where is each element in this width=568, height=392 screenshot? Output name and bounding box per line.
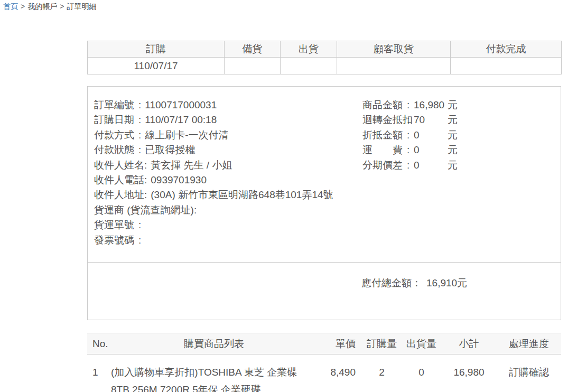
colon: : bbox=[407, 113, 414, 127]
recipient-phone-row: 收件人電話:0939701930 bbox=[94, 173, 362, 188]
order-info-section: 訂單編號:1100717000031 訂購日期:110/07/17 00:18 … bbox=[88, 87, 561, 263]
product-amount-label: 商品金額 bbox=[362, 98, 407, 113]
item-unit-price: 8,490 bbox=[317, 354, 362, 392]
recipient-name-value: 黃玄揮 先生 / 小姐 bbox=[151, 160, 232, 171]
invoice-number-label: 發票號碼 bbox=[94, 233, 138, 248]
status-payment-complete-value bbox=[451, 58, 562, 74]
status-ordered-date: 110/07/17 bbox=[88, 58, 225, 74]
items-col-subtotal: 小計 bbox=[441, 333, 497, 354]
colon: : bbox=[144, 189, 147, 200]
installment-difference-unit: 元 bbox=[448, 158, 458, 173]
colon: : bbox=[407, 158, 414, 173]
breadcrumb-home-link[interactable]: 首頁 bbox=[3, 2, 18, 11]
order-amounts-column: 商品金額:16,980元 迴轉金抵扣:70元 折抵金額:0元 運 費:0元 分期… bbox=[362, 98, 561, 262]
order-date-label: 訂購日期 bbox=[94, 113, 138, 127]
order-number-label: 訂單編號 bbox=[94, 98, 138, 113]
discount-amount-label: 折抵金額 bbox=[362, 128, 407, 143]
item-ship-qty: 0 bbox=[402, 354, 441, 392]
order-number-row: 訂單編號:1100717000031 bbox=[94, 98, 362, 113]
product-amount-unit: 元 bbox=[448, 98, 458, 113]
payment-method-value: 線上刷卡-一次付清 bbox=[145, 129, 228, 141]
order-detail-page: 首頁>我的帳戶>訂單明細 訂購 備貨 出貨 顧客取貨 付款完成 110/07/1… bbox=[0, 0, 568, 392]
payable-total-label: 應付總金額： bbox=[361, 277, 422, 288]
colon: : bbox=[138, 114, 141, 125]
status-customer-pickup-value bbox=[337, 58, 451, 74]
colon: : bbox=[194, 204, 197, 216]
status-value-row: 110/07/17 bbox=[88, 58, 562, 74]
shipping-fee-unit: 元 bbox=[448, 143, 458, 157]
items-col-unit-price: 單價 bbox=[317, 333, 362, 354]
carrier-label: 貨運商 (貨流查詢網址) bbox=[94, 203, 194, 218]
status-col-ordered: 訂購 bbox=[88, 41, 225, 58]
discount-amount-row: 折抵金額:0元 bbox=[362, 128, 561, 143]
rebate-deduction-value: 70 bbox=[414, 113, 448, 127]
recipient-address-row: 收件人地址:(30A) 新竹市東區明湖路648巷101弄14號 bbox=[94, 188, 362, 202]
payment-status-value: 已取得授權 bbox=[145, 144, 195, 155]
invoice-number-row: 發票號碼: bbox=[94, 233, 362, 248]
payment-method-row: 付款方式:線上刷卡-一次付清 bbox=[94, 128, 362, 143]
item-process-status: 訂購確認 bbox=[497, 354, 561, 392]
order-info-left-column: 訂單編號:1100717000031 訂購日期:110/07/17 00:18 … bbox=[94, 98, 362, 262]
rebate-deduction-label: 迴轉金抵扣 bbox=[362, 113, 407, 127]
breadcrumb-separator: > bbox=[60, 2, 64, 11]
recipient-name-label: 收件人姓名 bbox=[94, 158, 144, 173]
payable-total-value: 16,910元 bbox=[426, 277, 467, 288]
items-col-order-qty: 訂購量 bbox=[362, 333, 402, 354]
status-shipped-value bbox=[281, 58, 337, 74]
payment-status-label: 付款狀態 bbox=[94, 143, 138, 157]
purchased-items-table: No. 購買商品列表 單價 訂購量 出貨量 小計 處理進度 1 (加入購物車享折… bbox=[87, 333, 561, 392]
tracking-number-row: 貨運單號: bbox=[94, 218, 362, 232]
colon: : bbox=[138, 99, 141, 110]
colon: : bbox=[138, 219, 141, 230]
tracking-number-label: 貨運單號 bbox=[94, 218, 138, 232]
status-col-shipped: 出貨 bbox=[281, 41, 337, 58]
installment-difference-label: 分期價差 bbox=[362, 158, 407, 173]
colon: : bbox=[144, 160, 147, 171]
items-header-row: No. 購買商品列表 單價 訂購量 出貨量 小計 處理進度 bbox=[87, 333, 561, 354]
order-status-table: 訂購 備貨 出貨 顧客取貨 付款完成 110/07/17 bbox=[87, 41, 562, 74]
items-col-ship-qty: 出貨量 bbox=[402, 333, 441, 354]
colon: : bbox=[407, 143, 414, 157]
item-subtotal: 16,980 bbox=[441, 354, 497, 392]
breadcrumb: 首頁>我的帳戶>訂單明細 bbox=[3, 2, 96, 12]
order-date-value: 110/07/17 00:18 bbox=[145, 114, 217, 125]
colon: : bbox=[138, 129, 141, 141]
installment-difference-value: 0 bbox=[414, 158, 448, 173]
payment-status-row: 付款狀態:已取得授權 bbox=[94, 143, 362, 157]
recipient-address-value: (30A) 新竹市東區明湖路648巷101弄14號 bbox=[151, 189, 333, 200]
breadcrumb-current-order-detail: 訂單明細 bbox=[67, 2, 96, 11]
item-order-qty: 2 bbox=[362, 354, 402, 392]
product-amount-row: 商品金額:16,980元 bbox=[362, 98, 561, 113]
colon: : bbox=[138, 144, 141, 155]
recipient-name-row: 收件人姓名:黃玄揮 先生 / 小姐 bbox=[94, 158, 362, 173]
installment-difference-row: 分期價差:0元 bbox=[362, 158, 561, 173]
payable-total-section: 應付總金額：16,910元 bbox=[88, 263, 561, 291]
discount-amount-unit: 元 bbox=[448, 128, 458, 143]
rebate-deduction-unit: 元 bbox=[448, 113, 458, 127]
colon: : bbox=[407, 98, 414, 113]
shipping-fee-row: 運 費:0元 bbox=[362, 143, 561, 157]
breadcrumb-my-account-link[interactable]: 我的帳戶 bbox=[27, 2, 57, 11]
status-col-customer-pickup: 顧客取貨 bbox=[337, 41, 451, 58]
item-product-name: (加入購物車享折扣)TOSHIBA 東芝 企業碟 8TB 256M 7200R … bbox=[111, 354, 317, 392]
items-col-product-list: 購買商品列表 bbox=[111, 333, 317, 354]
rebate-deduction-row: 迴轉金抵扣:70元 bbox=[362, 113, 561, 127]
shipping-fee-value: 0 bbox=[414, 143, 448, 157]
colon: : bbox=[144, 174, 147, 185]
status-col-preparing: 備貨 bbox=[225, 41, 281, 58]
colon: : bbox=[407, 128, 414, 143]
breadcrumb-separator: > bbox=[21, 2, 25, 11]
status-col-payment-complete: 付款完成 bbox=[451, 41, 562, 58]
recipient-phone-label: 收件人電話 bbox=[94, 173, 144, 188]
status-preparing-value bbox=[225, 58, 281, 74]
discount-amount-value: 0 bbox=[414, 128, 448, 143]
order-date-row: 訂購日期:110/07/17 00:18 bbox=[94, 113, 362, 127]
items-col-no: No. bbox=[87, 333, 111, 354]
product-amount-value: 16,980 bbox=[414, 98, 448, 113]
payment-method-label: 付款方式 bbox=[94, 128, 138, 143]
carrier-row: 貨運商 (貨流查詢網址): bbox=[94, 203, 362, 218]
shipping-fee-label: 運 費 bbox=[362, 143, 407, 157]
items-col-process-status: 處理進度 bbox=[497, 333, 561, 354]
item-no: 1 bbox=[87, 354, 111, 392]
item-row: 1 (加入購物車享折扣)TOSHIBA 東芝 企業碟 8TB 256M 7200… bbox=[87, 354, 561, 392]
